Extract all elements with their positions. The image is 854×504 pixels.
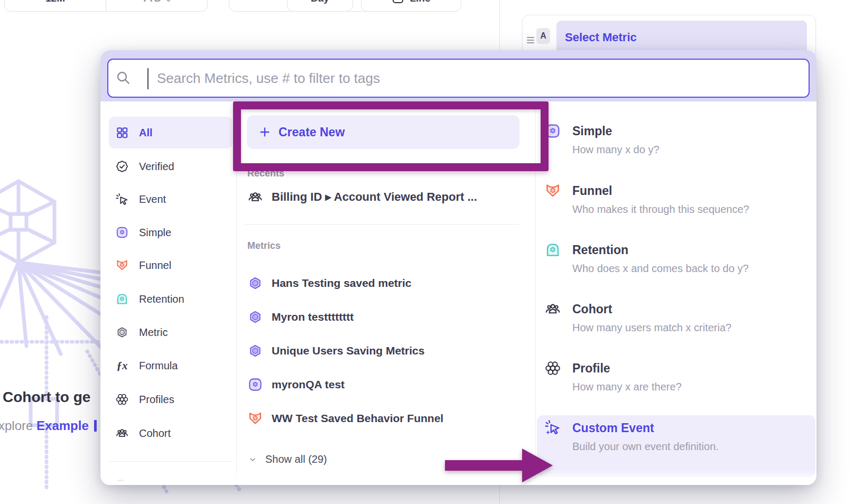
sidebar-item-label: Event	[139, 193, 166, 206]
line-label: Line	[410, 0, 430, 4]
funnel-icon	[247, 410, 263, 426]
tag-icon	[115, 479, 129, 485]
sidebar-item-profiles[interactable]: Profiles	[109, 386, 233, 413]
clipped-link-glyph	[94, 420, 97, 432]
screen: 12M YTD Compare Day Line Cohort to ge	[0, 0, 854, 504]
chevron-down-icon	[165, 0, 172, 4]
explore-prefix: xplore	[0, 418, 33, 433]
recent-item[interactable]: Billing ID ▸ Account Viewed Report ...	[247, 189, 522, 206]
chevron-down-icon	[248, 455, 257, 464]
sidebar-item-cohort[interactable]: Cohort	[109, 419, 233, 447]
type-title: Funnel	[572, 181, 612, 200]
canvas-cohort-text: Cohort to ge	[3, 389, 90, 406]
metric-list-item[interactable]: myronQA test	[247, 376, 522, 393]
search-icon	[115, 69, 132, 86]
type-title: Simple	[572, 122, 612, 141]
show-all-button[interactable]: Show all (29)	[248, 453, 327, 465]
funnel-icon	[115, 258, 129, 272]
sidebar-item-label: Cohort	[139, 427, 171, 440]
sidebar-item-label: Verified	[139, 161, 174, 173]
sidebar-item-partial[interactable]: T	[109, 472, 233, 485]
annotation-highlight-box	[233, 101, 549, 171]
metric-item-label: Myron testttttttt	[272, 311, 354, 323]
type-desc: How many x are there?	[572, 381, 682, 393]
sidebar-item-simple[interactable]: Simple	[109, 219, 233, 246]
type-title: Custom Event	[572, 418, 654, 437]
sidebar-item-label: Formula	[139, 360, 178, 372]
sidebar-item-label: Metric	[139, 326, 168, 339]
line-chart-icon	[392, 0, 404, 4]
funnel-icon	[544, 182, 561, 199]
metrics-section-label: Metrics	[247, 240, 281, 251]
range-12m-label: 12M	[45, 0, 65, 4]
metric-item-label: Unique Users Saving Metrics	[272, 344, 424, 357]
cohort-people-icon	[544, 301, 561, 318]
metric-item-label: myronQA test	[272, 378, 345, 391]
type-desc: How many users match x criteria?	[572, 322, 731, 334]
sidebar-item-label: Simple	[139, 227, 171, 239]
simple-metric-icon	[115, 226, 129, 239]
metric-hexagon-icon	[247, 343, 263, 359]
sidebar-item-label: Retention	[139, 293, 184, 305]
type-desc: Build your own event definition.	[572, 441, 719, 453]
day-label: Day	[311, 0, 329, 4]
recent-item-label: Billing ID ▸ Account Viewed Report ...	[272, 190, 477, 204]
drag-handle-icon[interactable]	[527, 35, 534, 45]
show-all-label: Show all (29)	[265, 453, 327, 465]
example-link[interactable]: Example	[36, 418, 89, 433]
event-cursor-icon	[115, 192, 129, 206]
sidebar-item-event[interactable]: Event	[109, 185, 233, 213]
text-caret	[147, 68, 148, 89]
sidebar-item-verified[interactable]: Verified	[109, 153, 233, 180]
type-desc: Who does x and comes back to do y?	[572, 263, 749, 275]
sidebar-item-label: All	[139, 127, 153, 139]
cohort-people-icon	[115, 426, 129, 440]
sidebar-item-label: T	[139, 480, 145, 486]
sidebar-divider	[109, 461, 233, 462]
canvas-explore-text: xplore Example	[0, 418, 97, 433]
sidebar-item-formula[interactable]: ƒx Formula	[109, 352, 233, 379]
sidebar-item-retention[interactable]: Retention	[109, 285, 233, 313]
profiles-icon	[115, 393, 129, 406]
metric-hexagon-icon	[247, 309, 263, 325]
formula-fx-icon: ƒx	[115, 359, 129, 372]
day-button[interactable]: Day	[287, 0, 353, 12]
select-metric-label: Select Metric	[565, 31, 637, 44]
type-title: Retention	[572, 240, 628, 259]
range-12m-button[interactable]: 12M	[5, 0, 106, 11]
metric-item-label: Hans Testing saved metric	[272, 277, 412, 290]
metric-list-item[interactable]: WW Test Saved Behavior Funnel	[247, 410, 522, 427]
range-ytd-label: YTD	[142, 0, 162, 4]
metric-list-item[interactable]: Unique Users Saving Metrics	[247, 342, 522, 359]
sidebar-item-funnel[interactable]: Funnel	[109, 251, 233, 279]
retention-icon	[115, 292, 129, 306]
select-metric-pill[interactable]: Select Metric	[556, 21, 807, 54]
retention-icon	[544, 241, 561, 258]
type-title: Profile	[572, 359, 610, 378]
range-ytd-button[interactable]: YTD	[106, 0, 207, 11]
grid-icon	[115, 126, 129, 139]
metric-list-item[interactable]: Hans Testing saved metric	[247, 275, 522, 292]
date-range-segmented-control[interactable]: 12M YTD	[4, 0, 208, 12]
search-input[interactable]	[107, 59, 810, 98]
sidebar-item-metric[interactable]: Metric	[109, 319, 233, 346]
sidebar-item-all[interactable]: All	[109, 117, 233, 148]
type-desc: How many x do y?	[572, 144, 660, 156]
cohort-people-icon	[247, 189, 263, 205]
metric-item-label: WW Test Saved Behavior Funnel	[272, 412, 443, 425]
simple-metric-icon	[247, 377, 263, 393]
custom-event-icon	[544, 419, 561, 436]
type-desc: Who makes it through this sequence?	[572, 203, 749, 216]
type-title: Cohort	[572, 300, 612, 319]
line-chart-type-button[interactable]: Line	[361, 0, 461, 12]
metric-hexagon-icon	[115, 325, 129, 339]
verified-badge-icon	[115, 160, 129, 173]
sidebar-item-label: Profiles	[139, 394, 174, 406]
sidebar-item-label: Funnel	[139, 259, 171, 272]
metric-list-item[interactable]: Myron testttttttt	[247, 309, 522, 325]
profiles-icon	[544, 360, 561, 377]
series-a-badge: A	[536, 28, 550, 44]
middle-divider	[244, 224, 519, 225]
metric-hexagon-icon	[247, 275, 263, 291]
